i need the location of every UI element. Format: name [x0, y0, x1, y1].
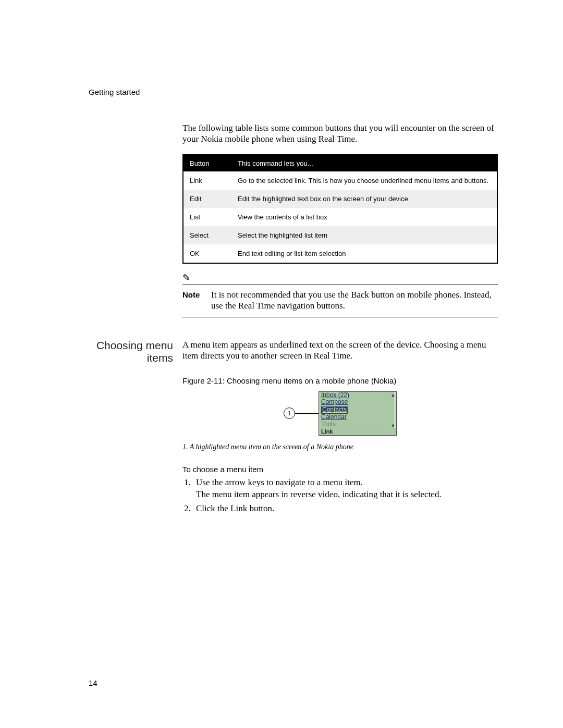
phone-menu-item-selected: Contacts	[321, 406, 348, 414]
page: Getting started The following table list…	[0, 0, 563, 728]
step-text: Click the Link button.	[196, 503, 274, 513]
figure-legend: 1. A highlighted menu item on the screen…	[182, 443, 498, 451]
cell-desc: End text editing or list item selection	[231, 244, 497, 263]
cell-desc: Select the highlighted list item	[231, 226, 497, 244]
cell-button: Link	[183, 171, 231, 190]
running-header: Getting started	[89, 88, 498, 96]
cell-desc: Edit the highlighted text box on the scr…	[231, 190, 497, 208]
cell-desc: Go to the selected link. This is how you…	[231, 171, 497, 190]
phone-menu-item: Calendar	[319, 414, 396, 421]
table-header-desc: This command lets you...	[231, 155, 497, 171]
procedure-title: To choose a menu item	[182, 465, 498, 474]
cell-desc: View the contents of a list box	[231, 208, 497, 226]
table-row: List View the contents of a list box	[183, 208, 497, 226]
note-block: ✎ Note It is not recommended that you us…	[182, 273, 498, 318]
buttons-table: Button This command lets you... Link Go …	[182, 154, 498, 264]
phone-screen: ▲ Inbox (22) Compose Contacts Calendar T…	[319, 391, 397, 436]
table-row: Select Select the highlighted list item	[183, 226, 497, 244]
note-text: It is not recommended that you use the B…	[211, 289, 498, 312]
table-row: Link Go to the selected link. This is ho…	[183, 171, 497, 190]
phone-menu-item: Compose	[319, 399, 396, 406]
phone-figure: 1 ▲ Inbox (22) Compose Contacts Calendar…	[182, 391, 498, 436]
note-label: Note	[182, 289, 211, 312]
scroll-up-icon: ▲	[390, 392, 396, 398]
phone-softkey: Link	[319, 428, 396, 435]
phone-menu-item: Inbox (22)	[319, 392, 396, 399]
cell-button: OK	[183, 244, 231, 263]
choosing-menu-block: Choosing menu items A menu item appears …	[89, 339, 498, 517]
cell-button: List	[183, 208, 231, 226]
figure-caption: Figure 2-11: Choosing menu items on a mo…	[182, 376, 498, 385]
intro-paragraph: The following table lists some common bu…	[182, 122, 498, 145]
table-row: Edit Edit the highlighted text box on th…	[183, 190, 497, 208]
step: Use the arrow keys to navigate to a menu…	[193, 477, 498, 501]
procedure-steps: Use the arrow keys to navigate to a menu…	[182, 477, 498, 515]
intro-block: The following table lists some common bu…	[89, 122, 498, 317]
table-row: OK End text editing or list item selecti…	[183, 244, 497, 263]
menu-paragraph: A menu item appears as underlined text o…	[182, 339, 498, 362]
side-heading: Choosing menu items	[89, 339, 173, 364]
step: Click the Link button.	[193, 503, 498, 515]
cell-button: Edit	[183, 190, 231, 208]
step-text: The menu item appears in reverse video, …	[196, 489, 442, 499]
callout-line	[295, 413, 319, 414]
table-header-button: Button	[183, 155, 231, 171]
pencil-icon: ✎	[182, 273, 190, 282]
cell-button: Select	[183, 226, 231, 244]
step-text: Use the arrow keys to navigate to a menu…	[196, 477, 363, 487]
scroll-down-icon: ▼	[390, 423, 396, 428]
page-number: 14	[89, 678, 97, 687]
callout-number: 1	[284, 408, 295, 419]
phone-menu-item: Tools	[319, 421, 396, 428]
